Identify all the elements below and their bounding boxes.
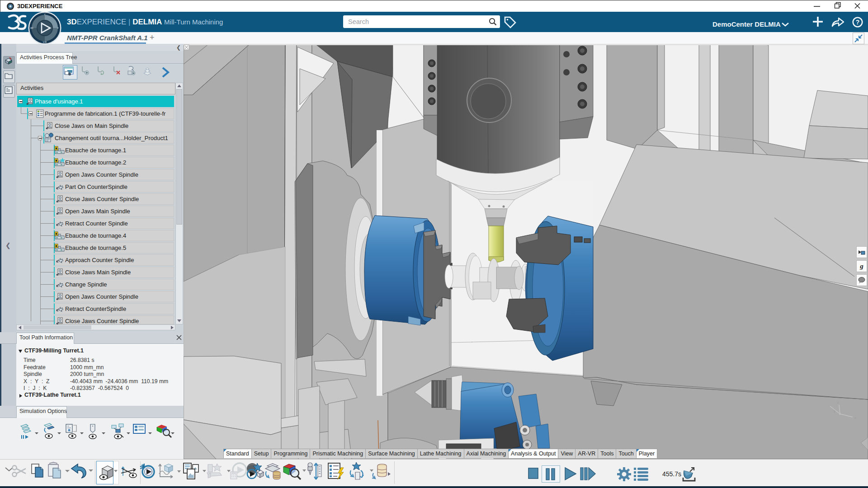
svg-text:?: ?: [856, 19, 860, 26]
svg-text:x: x: [854, 416, 856, 419]
svg-text:y: y: [834, 409, 835, 413]
svg-text:i²: i²: [57, 27, 58, 29]
svg-text:3D: 3D: [30, 27, 33, 29]
svg-text:V.R: V.R: [43, 41, 47, 43]
svg-text:g: g: [859, 263, 863, 270]
svg-text:Y: Y: [44, 13, 46, 16]
svg-text:z: z: [837, 401, 839, 404]
